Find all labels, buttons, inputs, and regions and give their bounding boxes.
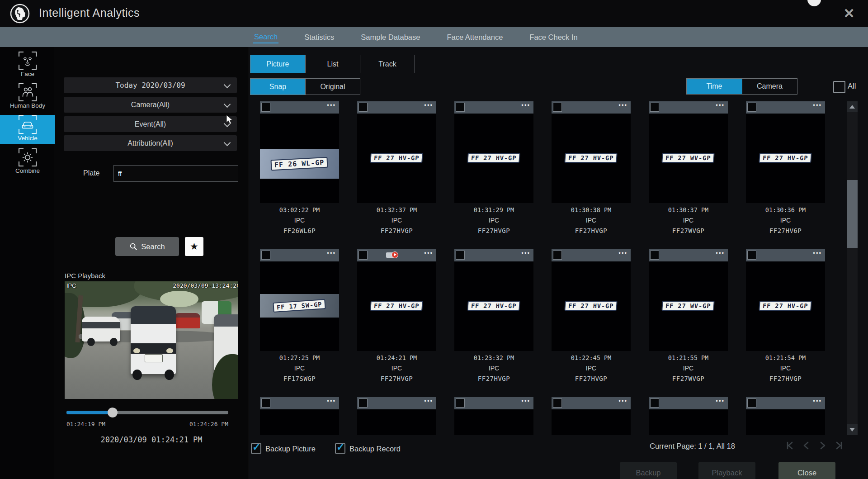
more-options-icon[interactable]: •••	[618, 102, 627, 109]
more-options-icon[interactable]: •••	[813, 102, 822, 109]
result-checkbox[interactable]	[261, 251, 270, 260]
result-card[interactable]: ••• FF 27 HV-GP 01:23:32 PM IPC FF27HVGP	[454, 249, 533, 384]
result-checkbox[interactable]	[747, 103, 756, 112]
result-checkbox[interactable]	[456, 103, 465, 112]
result-card[interactable]: ••• FF 27 HV-GP 01:22:45 PM IPC FF27HVGP	[552, 249, 631, 384]
sidebar-item-combine[interactable]: Combine	[0, 148, 55, 178]
more-options-icon[interactable]: •••	[618, 398, 627, 404]
tab-track[interactable]: Track	[360, 55, 415, 73]
result-card[interactable]: •••	[746, 397, 825, 435]
result-checkbox[interactable]	[261, 103, 270, 112]
favorite-button[interactable]: ★	[185, 237, 203, 256]
result-card[interactable]: ••• FF 27 HV-GP 01:24:21 PM IPC FF27HVGP	[357, 249, 436, 384]
close-window-button[interactable]: ✕	[839, 5, 859, 23]
date-dropdown[interactable]: Today 2020/03/09	[64, 77, 237, 93]
plate-thumbnail[interactable]	[357, 409, 436, 435]
playback-button[interactable]: Playback	[698, 462, 755, 479]
more-options-icon[interactable]: •••	[716, 398, 725, 404]
tab-sample-database[interactable]: Sample Database	[360, 32, 421, 43]
more-options-icon[interactable]: •••	[424, 250, 433, 256]
plate-input[interactable]	[113, 165, 238, 182]
result-checkbox[interactable]	[747, 398, 756, 408]
grid-scrollbar[interactable]	[847, 101, 858, 435]
plate-thumbnail[interactable]: FF 27 HV-GP	[746, 261, 825, 351]
result-card[interactable]: ••• FF 26 WL-GP 03:02:22 PM IPC FF26WL6P	[260, 101, 339, 236]
plate-thumbnail[interactable]: FF 17 SW-GP	[260, 261, 339, 351]
more-options-icon[interactable]: •••	[813, 398, 822, 404]
result-checkbox[interactable]	[261, 398, 270, 408]
plate-thumbnail[interactable]: FF 27 HV-GP	[454, 114, 533, 203]
more-options-icon[interactable]: •••	[327, 250, 336, 256]
previous-page-button[interactable]	[801, 440, 812, 451]
select-all-checkbox[interactable]	[833, 81, 845, 93]
result-checkbox[interactable]	[553, 103, 562, 112]
more-options-icon[interactable]: •••	[424, 398, 433, 404]
result-card[interactable]: ••• FF 27 WV-GP 01:21:55 PM IPC FF27WVGP	[649, 249, 728, 384]
plate-thumbnail[interactable]: FF 27 HV-GP	[357, 261, 436, 351]
plate-thumbnail[interactable]	[454, 409, 533, 435]
playback-slider[interactable]	[66, 407, 228, 418]
result-checkbox[interactable]	[359, 251, 368, 260]
camera-dropdown[interactable]: Camera(All)	[64, 97, 237, 113]
result-card[interactable]: ••• FF 27 HV-GP 01:21:54 PM IPC FF27HVGP	[746, 249, 825, 384]
backup-record-checkbox[interactable]: ✓	[335, 443, 345, 454]
more-options-icon[interactable]: •••	[521, 250, 530, 256]
backup-picture-checkbox[interactable]: ✓	[251, 443, 261, 454]
result-card[interactable]: ••• FF 27 WV-GP 01:30:37 PM IPC FF27WVGP	[649, 101, 728, 236]
result-checkbox[interactable]	[747, 251, 756, 260]
tab-list[interactable]: List	[305, 55, 360, 73]
result-checkbox[interactable]	[359, 103, 368, 112]
result-checkbox[interactable]	[359, 398, 368, 408]
playback-video-preview[interactable]: IPC 2020/03/09-13:24:20	[65, 281, 238, 399]
more-options-icon[interactable]: •••	[327, 398, 336, 404]
more-options-icon[interactable]: •••	[327, 102, 336, 109]
sidebar-item-vehicle[interactable]: Vehicle	[0, 115, 55, 144]
tab-search[interactable]: Search	[253, 31, 278, 43]
backup-button[interactable]: Backup	[620, 462, 677, 479]
sidebar-item-human-body[interactable]: Human Body	[0, 83, 55, 113]
tab-snap[interactable]: Snap	[250, 79, 305, 95]
result-checkbox[interactable]	[553, 398, 562, 408]
result-card[interactable]: •••	[454, 397, 533, 435]
result-card[interactable]: •••	[357, 397, 436, 435]
result-card[interactable]: ••• FF 27 HV-GP 01:30:38 PM IPC FF27HVGP	[552, 101, 631, 236]
plate-thumbnail[interactable]	[649, 409, 728, 435]
slider-thumb[interactable]	[108, 408, 118, 417]
plate-thumbnail[interactable]: FF 27 HV-GP	[552, 261, 631, 351]
tab-face-check-in[interactable]: Face Check In	[528, 32, 578, 43]
plate-thumbnail[interactable]: FF 27 HV-GP	[454, 261, 533, 351]
next-page-button[interactable]	[817, 440, 828, 451]
first-page-button[interactable]	[785, 440, 796, 451]
result-checkbox[interactable]	[456, 398, 465, 408]
plate-thumbnail[interactable]: FF 27 HV-GP	[552, 114, 631, 203]
tab-statistics[interactable]: Statistics	[303, 32, 335, 43]
scroll-down-button[interactable]	[847, 424, 858, 435]
result-card[interactable]: ••• FF 27 HV-GP 01:32:37 PM IPC FF27HVGP	[357, 101, 436, 236]
plate-thumbnail[interactable]	[260, 409, 339, 435]
more-options-icon[interactable]: •••	[521, 102, 530, 109]
result-card[interactable]: ••• FF 27 HV-GP 01:31:29 PM IPC FF27HVGP	[454, 101, 533, 236]
result-checkbox[interactable]	[553, 251, 562, 260]
tab-face-attendance[interactable]: Face Attendance	[446, 32, 504, 43]
close-button[interactable]: Close	[778, 462, 835, 479]
attribution-dropdown[interactable]: Attribution(All)	[64, 135, 237, 151]
result-card[interactable]: ••• FF 27 HV-GP 01:30:36 PM IPC FF27HV6P	[746, 101, 825, 236]
plate-thumbnail[interactable]	[746, 409, 825, 435]
result-card[interactable]: •••	[260, 397, 339, 435]
more-options-icon[interactable]: •••	[521, 398, 530, 404]
tab-original[interactable]: Original	[305, 79, 360, 95]
more-options-icon[interactable]: •••	[716, 250, 725, 256]
tab-picture[interactable]: Picture	[250, 55, 305, 73]
event-dropdown[interactable]: Event(All)	[64, 116, 237, 132]
more-options-icon[interactable]: •••	[424, 102, 433, 109]
more-options-icon[interactable]: •••	[618, 250, 627, 256]
search-button[interactable]: Search	[115, 237, 179, 256]
last-page-button[interactable]	[833, 440, 844, 451]
tab-camera[interactable]: Camera	[742, 79, 797, 94]
scrollbar-thumb[interactable]	[847, 180, 858, 248]
plate-thumbnail[interactable]: FF 27 WV-GP	[649, 261, 728, 351]
result-card[interactable]: •••	[552, 397, 631, 435]
result-checkbox[interactable]	[650, 251, 659, 260]
sidebar-item-face[interactable]: Face	[0, 52, 55, 81]
tab-time[interactable]: Time	[687, 79, 742, 94]
